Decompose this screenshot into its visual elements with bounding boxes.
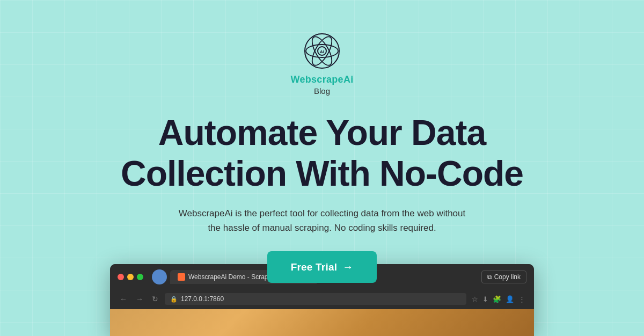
reload-button[interactable]: ↻ xyxy=(150,294,160,304)
back-button[interactable]: ← xyxy=(118,294,129,304)
browser-action-icons: ☆ ⬇ 🧩 👤 ⋮ xyxy=(471,294,526,304)
download-icon[interactable]: ⬇ xyxy=(481,294,489,304)
lock-icon: 🔒 xyxy=(170,296,178,303)
arrow-right-icon: → xyxy=(342,261,353,273)
main-container: AI WebscrapeAi Blog Automate Your Data C… xyxy=(0,0,644,283)
nav-blog-link[interactable]: Blog xyxy=(314,86,330,96)
address-bar-row: ← → ↻ 🔒 127.0.0.1:7860 ☆ ⬇ 🧩 👤 ⋮ xyxy=(110,290,534,309)
url-text: 127.0.0.1:7860 xyxy=(181,295,224,303)
profile-icon[interactable]: 👤 xyxy=(504,294,515,304)
browser-content-area xyxy=(110,309,534,336)
free-trial-button[interactable]: Free Trial → xyxy=(267,251,377,283)
logo-area: AI WebscrapeAi Blog xyxy=(290,32,353,96)
brand-logo-icon: AI xyxy=(303,32,341,70)
star-icon[interactable]: ☆ xyxy=(471,294,479,304)
brand-name[interactable]: WebscrapeAi xyxy=(290,74,353,85)
hero-headline: Automate Your Data Collection With No-Co… xyxy=(121,113,523,194)
forward-button[interactable]: → xyxy=(134,294,145,304)
hero-subtext: WebscrapeAi is the perfect tool for coll… xyxy=(172,206,472,235)
svg-text:AI: AI xyxy=(320,49,324,54)
address-bar[interactable]: 🔒 127.0.0.1:7860 xyxy=(165,293,466,305)
extensions-icon[interactable]: 🧩 xyxy=(492,294,502,304)
menu-icon[interactable]: ⋮ xyxy=(517,294,526,304)
